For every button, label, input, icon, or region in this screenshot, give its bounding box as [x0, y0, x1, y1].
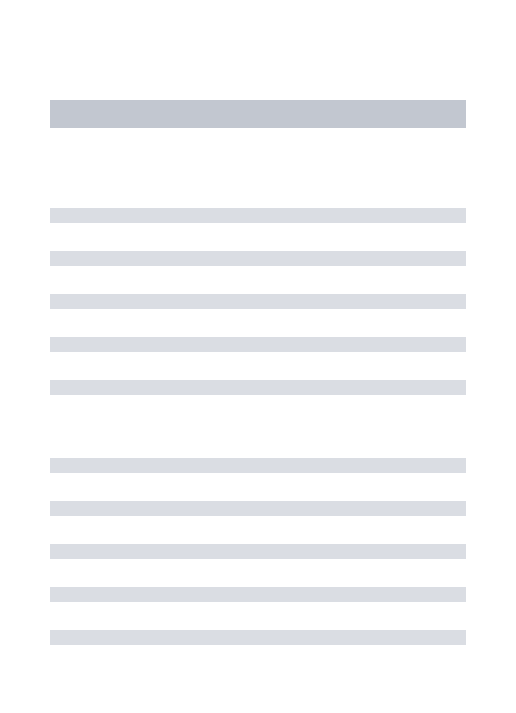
text-line-placeholder	[50, 294, 466, 309]
text-line-placeholder	[50, 380, 466, 395]
text-line-placeholder	[50, 251, 466, 266]
text-line-placeholder	[50, 337, 466, 352]
text-line-placeholder	[50, 458, 466, 473]
text-line-placeholder	[50, 501, 466, 516]
paragraph-group	[50, 458, 466, 645]
text-line-placeholder	[50, 630, 466, 645]
paragraph-gap	[50, 423, 466, 458]
title-placeholder	[50, 100, 466, 128]
paragraph-group	[50, 208, 466, 395]
text-line-placeholder	[50, 208, 466, 223]
text-line-placeholder	[50, 587, 466, 602]
text-line-placeholder	[50, 544, 466, 559]
